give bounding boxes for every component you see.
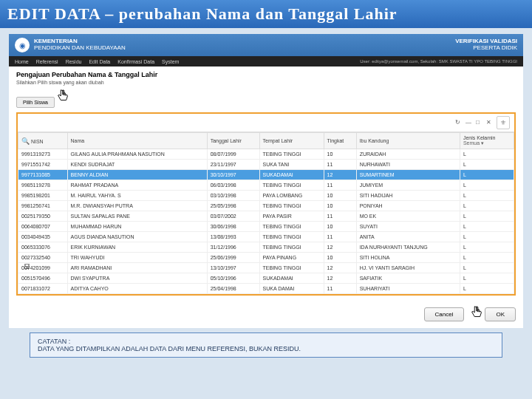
cell-nisn: 9977131085 — [18, 170, 68, 180]
cell-ibu: SAFIATIK — [356, 273, 460, 284]
table-row[interactable]: 9985198201M. HAIRUL YAHYA. S03/10/1998PA… — [18, 191, 514, 201]
close-icon[interactable] — [486, 119, 494, 126]
cell-jk: L — [460, 201, 514, 211]
cursor-hand-icon — [55, 88, 71, 107]
cell-nisn: 9971551742 — [18, 160, 68, 170]
cell-tingkat: 10 — [324, 149, 356, 160]
col-jk[interactable]: Jenis KelaminSemua ▾ — [460, 133, 514, 149]
logo-icon: ◉ — [15, 38, 30, 52]
page-subtitle: Silahkan Pilih siswa yang akan diubah — [9, 80, 523, 89]
menu-system[interactable]: System — [162, 59, 179, 64]
data-panel: ⚜ 🔍 NISN Nama Tanggal Lahir Tempat Lahir… — [16, 112, 516, 296]
cell-nama: DWI SYAPUTRA — [67, 273, 207, 284]
cell-ibu: SITI HOLINA — [356, 253, 460, 263]
refresh-icon[interactable] — [455, 119, 463, 126]
cell-nama: M.R. DWIANSYAH PUTRA — [67, 201, 207, 211]
cell-tgl: 23/11/1997 — [207, 160, 259, 170]
cell-jk: L — [460, 242, 514, 253]
cell-tgl: 05/10/1996 — [207, 273, 259, 284]
col-nisn[interactable]: 🔍 NISN — [18, 133, 68, 149]
cell-jk: L — [460, 284, 514, 294]
cell-jk: L — [460, 263, 514, 273]
cell-nama: M. HAIRUL YAHYA. S — [67, 191, 207, 201]
cell-nama: TRI WAHYUDI — [67, 253, 207, 263]
dialog-footer: Cancel OK — [9, 300, 523, 328]
cell-tempat: TEBING TINGGI — [259, 222, 324, 232]
cell-nisn: 0034049435 — [18, 232, 68, 242]
cell-tgl: 25/04/1998 — [207, 284, 259, 294]
cell-tgl: 03/10/1998 — [207, 191, 259, 201]
slide-title: EDIT DATA – perubahan Nama dan Tanggal L… — [0, 0, 532, 28]
cell-tgl: 30/06/1998 — [207, 222, 259, 232]
cell-jk: L — [460, 253, 514, 263]
cell-ibu: NURHAWATI — [356, 160, 460, 170]
cell-jk: L — [460, 232, 514, 242]
col-tingkat[interactable]: Tingkat — [324, 133, 356, 149]
cell-tingkat: 11 — [324, 211, 356, 222]
cell-nama: SULTAN SAPALAS PANE — [67, 211, 207, 222]
cursor-hand-icon — [468, 304, 485, 324]
table-row[interactable]: 9981256741M.R. DWIANSYAH PUTRA25/05/1998… — [18, 201, 514, 211]
cell-tempat: PAYA PINANG — [259, 253, 324, 263]
cell-tempat: TEBING TINGGI — [259, 232, 324, 242]
maximize-icon[interactable] — [476, 119, 483, 126]
table-row[interactable]: 0034049435AGUS DIANDA NASUTION13/08/1993… — [18, 232, 514, 242]
table-row[interactable]: 0051570496DWI SYAPUTRA05/10/1996SUKADAMA… — [18, 273, 514, 284]
jk-filter-dropdown[interactable]: Semua ▾ — [463, 140, 484, 146]
cell-jk: L — [460, 149, 514, 160]
table-row[interactable]: 0027332540TRI WAHYUDI25/06/1999PAYA PINA… — [18, 253, 514, 263]
table-row[interactable]: 0025179350SULTAN SAPALAS PANE03/07/2002P… — [18, 211, 514, 222]
cell-nisn: 0064080707 — [18, 222, 68, 232]
cell-ibu: SUHARIYATI — [356, 284, 460, 294]
cell-nama: ARI RAMADHANI — [67, 263, 207, 273]
menu-konfirmasi[interactable]: Konfirmasi Data — [117, 59, 154, 64]
cell-nisn: 0027332540 — [18, 253, 68, 263]
cell-nama: RAHMAT PRADANA — [67, 180, 207, 191]
menu-residu[interactable]: Residu — [66, 59, 82, 64]
cell-tgl: 06/03/1998 — [207, 180, 259, 191]
cancel-button[interactable]: Cancel — [424, 307, 465, 321]
disk-icon[interactable]: 🖫 — [24, 263, 33, 272]
cell-nisn: 9991319273 — [18, 149, 68, 160]
table-row[interactable]: 0065333076ERIK KURNIAWAN31/12/1996TEBING… — [18, 242, 514, 253]
table-row[interactable]: 9971551742KENDI SUDRAJAT23/11/1997SUKA T… — [18, 160, 514, 170]
app-window: ◉ KEMENTERIAN PENDIDIKAN DAN KEBUDAYAAN … — [9, 34, 523, 328]
col-nama[interactable]: Nama — [67, 133, 207, 149]
menu-referensi[interactable]: Referensi — [36, 59, 58, 64]
cell-tgl: 25/05/1998 — [207, 201, 259, 211]
cell-nama: BENNY ALDIAN — [67, 170, 207, 180]
table-row[interactable]: 0064080707MUHAMMAD HARUN30/06/1998TEBING… — [18, 222, 514, 232]
pilih-siswa-button[interactable]: Pilih Siswa — [16, 97, 55, 108]
cell-tingkat: 11 — [324, 284, 356, 294]
note-title: CATATAN : — [38, 338, 494, 345]
cell-nisn: 0065333076 — [18, 242, 68, 253]
ministry-text: KEMENTERIAN PENDIDIKAN DAN KEBUDAYAAN — [34, 38, 455, 52]
cell-ibu: PONIYAH — [356, 201, 460, 211]
minimize-icon[interactable] — [466, 119, 473, 126]
col-tempat[interactable]: Tempat Lahir — [259, 133, 324, 149]
cell-ibu: SUYATI — [356, 222, 460, 232]
cell-jk: L — [460, 180, 514, 191]
ok-button[interactable]: OK — [485, 307, 516, 321]
page-title: Pengajuan Perubahan Nama & Tanggal Lahir — [9, 66, 523, 80]
col-tgl[interactable]: Tanggal Lahir — [207, 133, 259, 149]
cell-jk: L — [460, 211, 514, 222]
menu-home[interactable]: Home — [15, 59, 29, 64]
cell-jk: L — [460, 170, 514, 180]
cell-tingkat: 12 — [324, 170, 356, 180]
cell-tingkat: 12 — [324, 263, 356, 273]
cell-nama: GILANG AULIA PRAHMANA NASUTION — [67, 149, 207, 160]
table-row[interactable]: 9991319273GILANG AULIA PRAHMANA NASUTION… — [18, 149, 514, 160]
cell-tingkat: 10 — [324, 191, 356, 201]
menu-edit-data[interactable]: Edit Data — [89, 59, 110, 64]
cell-nama: AGUS DIANDA NASUTION — [67, 232, 207, 242]
cell-tingkat: 10 — [324, 253, 356, 263]
table-row[interactable]: 0074201099ARI RAMADHANI13/10/1997TEBING … — [18, 263, 514, 273]
cell-tingkat: 10 — [324, 201, 356, 211]
col-ibu[interactable]: Ibu Kandung — [356, 133, 460, 149]
table-row[interactable]: 9977131085BENNY ALDIAN30/10/1997SUKADAMA… — [18, 170, 514, 180]
cell-nama: ADITYA CAHYO — [67, 284, 207, 294]
table-row[interactable]: 9985119278RAHMAT PRADANA06/03/1998TEBING… — [18, 180, 514, 191]
cell-tempat: SUKADAMAI — [259, 170, 324, 180]
table-row[interactable]: 0071831072ADITYA CAHYO25/04/1998SUKA DAM… — [18, 284, 514, 294]
